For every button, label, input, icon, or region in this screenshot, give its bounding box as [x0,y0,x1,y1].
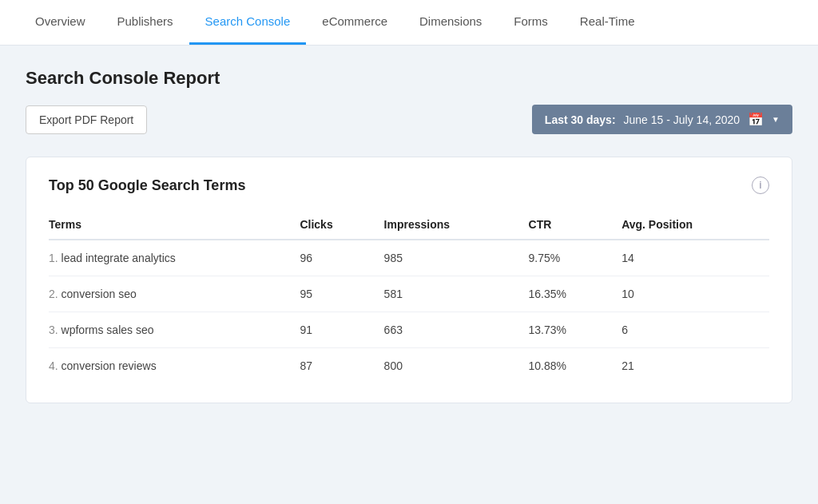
table-row: 4. conversion reviews8780010.88%21 [49,348,769,384]
table-header: TermsClicksImpressionsCTRAvg. Position [49,210,769,240]
nav-item-real-time[interactable]: Real-Time [564,0,651,45]
nav-item-dimensions[interactable]: Dimensions [403,0,498,45]
date-range-value: June 15 - July 14, 2020 [624,113,741,126]
nav-item-ecommerce[interactable]: eCommerce [306,0,403,45]
term-cell: 2. conversion seo [49,276,293,312]
col-header-avg-position: Avg. Position [615,210,769,240]
impressions-cell: 800 [378,348,522,384]
clicks-cell: 95 [293,276,377,312]
ctr-cell: 13.73% [522,312,616,348]
search-terms-table: TermsClicksImpressionsCTRAvg. Position 1… [49,210,769,383]
avg-position-cell: 10 [615,276,769,312]
date-range-button[interactable]: Last 30 days: June 15 - July 14, 2020 📅 … [532,105,792,134]
term-text: lead integrate analytics [62,252,176,264]
term-cell: 1. lead integrate analytics [49,240,293,276]
card-title-text: Top 50 Google Search Terms [49,177,245,194]
card-header: Top 50 Google Search Terms i [49,177,769,194]
col-header-ctr: CTR [522,210,616,240]
main-content: Search Console Report Export PDF Report … [0,46,818,426]
toolbar: Export PDF Report Last 30 days: June 15 … [26,105,792,134]
table-body: 1. lead integrate analytics969859.75%142… [49,240,769,383]
term-cell: 4. conversion reviews [49,348,293,384]
avg-position-cell: 21 [615,348,769,384]
term-text: conversion reviews [62,359,157,372]
ctr-cell: 9.75% [522,240,616,276]
row-rank: 1. [49,252,58,264]
calendar-icon: 📅 [748,112,764,127]
row-rank: 3. [49,323,58,336]
avg-position-cell: 6 [615,312,769,348]
term-cell: 3. wpforms sales seo [49,312,293,348]
table-header-row: TermsClicksImpressionsCTRAvg. Position [49,210,769,240]
page-title: Search Console Report [26,68,792,89]
search-terms-card: Top 50 Google Search Terms i TermsClicks… [26,157,792,403]
date-range-label: Last 30 days: [545,113,616,126]
nav-item-forms[interactable]: Forms [498,0,564,45]
ctr-cell: 10.88% [522,348,616,384]
nav-item-publishers[interactable]: Publishers [101,0,189,45]
ctr-cell: 16.35% [522,276,616,312]
col-header-clicks: Clicks [293,210,377,240]
top-navigation: OverviewPublishersSearch ConsoleeCommerc… [0,0,818,46]
clicks-cell: 87 [293,348,377,384]
term-text: conversion seo [62,288,137,300]
table-row: 1. lead integrate analytics969859.75%14 [49,240,769,276]
nav-item-search-console[interactable]: Search Console [189,0,307,45]
avg-position-cell: 14 [615,240,769,276]
row-rank: 4. [49,359,58,372]
col-header-terms: Terms [49,210,293,240]
col-header-impressions: Impressions [378,210,522,240]
chevron-down-icon: ▼ [772,115,780,124]
clicks-cell: 96 [293,240,377,276]
export-pdf-button[interactable]: Export PDF Report [26,105,147,134]
info-icon[interactable]: i [752,177,769,194]
term-text: wpforms sales seo [62,323,154,336]
table-row: 3. wpforms sales seo9166313.73%6 [49,312,769,348]
table-row: 2. conversion seo9558116.35%10 [49,276,769,312]
impressions-cell: 985 [378,240,522,276]
nav-item-overview[interactable]: Overview [19,0,101,45]
row-rank: 2. [49,288,58,300]
impressions-cell: 581 [378,276,522,312]
impressions-cell: 663 [378,312,522,348]
clicks-cell: 91 [293,312,377,348]
